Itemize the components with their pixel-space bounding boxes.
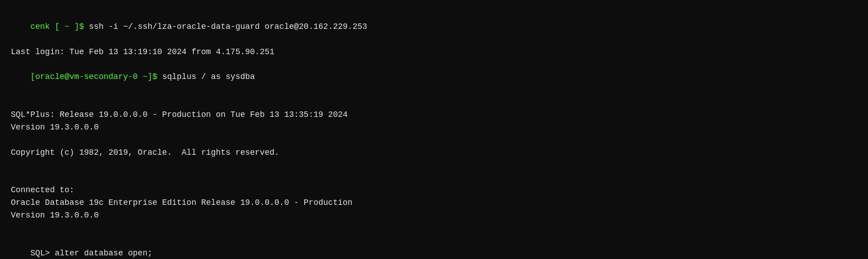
empty-line — [11, 134, 857, 147]
command-text: ssh -i ~/.ssh/lza-oracle-data-guard orac… — [89, 22, 367, 31]
terminal-line: [oracle@vm-secondary-0 ~]$ sqlplus / as … — [11, 59, 857, 97]
command-text: sqlplus / as sysdba — [162, 72, 255, 81]
terminal-line: cenk [ ~ ]$ ssh -i ~/.ssh/lza-oracle-dat… — [11, 8, 857, 46]
empty-line — [11, 172, 857, 185]
prompt: cenk [ ~ ]$ — [30, 22, 89, 31]
terminal-line: Connected to: — [11, 184, 857, 197]
terminal-line: Oracle Database 19c Enterprise Edition R… — [11, 197, 857, 209]
terminal-line: Copyright (c) 1982, 2019, Oracle. All ri… — [11, 147, 857, 159]
terminal-line: Last login: Tue Feb 13 13:19:10 2024 fro… — [11, 46, 857, 59]
terminal-line: SQL> alter database open; — [11, 235, 857, 259]
terminal-line: SQL*Plus: Release 19.0.0.0.0 - Productio… — [11, 109, 857, 121]
sql-prompt: SQL> — [30, 249, 55, 258]
empty-line — [11, 96, 857, 109]
empty-line — [11, 159, 857, 172]
terminal-line: Version 19.3.0.0.0 — [11, 209, 857, 222]
empty-line — [11, 222, 857, 235]
terminal-window[interactable]: cenk [ ~ ]$ ssh -i ~/.ssh/lza-oracle-dat… — [0, 0, 868, 259]
prompt: [oracle@vm-secondary-0 ~]$ — [30, 72, 162, 81]
command-text: alter database open; — [55, 249, 152, 258]
terminal-line: Version 19.3.0.0.0 — [11, 121, 857, 134]
